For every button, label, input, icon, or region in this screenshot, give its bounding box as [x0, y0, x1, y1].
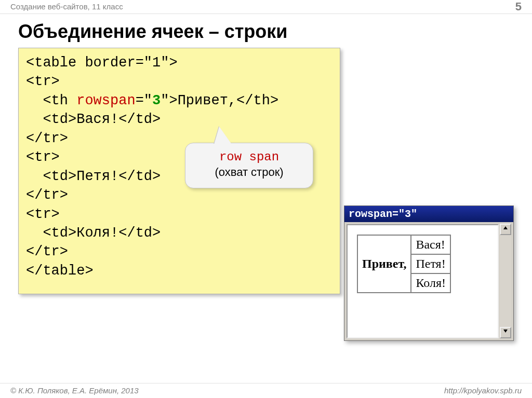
footer-bar: © К.Ю. Поляков, Е.А. Ерёмин, 2013 http:/…	[0, 383, 532, 398]
page-number: 5	[515, 0, 522, 13]
callout-desc: (охват строк)	[215, 166, 283, 179]
code-line: <td>Вася!</td>	[26, 112, 161, 127]
code-line: <td>Коля!</td>	[26, 225, 161, 241]
rowspan-attr: rowspan	[76, 93, 135, 108]
demo-table: Привет, Вася! Петя! Коля!	[357, 235, 451, 293]
chevron-up-icon	[503, 225, 508, 230]
browser-body: Привет, Вася! Петя! Коля!	[347, 224, 499, 338]
demo-td: Петя!	[411, 254, 450, 273]
callout-bubble: row span (охват строк)	[185, 143, 313, 188]
scroll-up-button[interactable]	[500, 224, 511, 235]
code-line: </table>	[26, 263, 94, 279]
copyright: © К.Ю. Поляков, Е.А. Ерёмин, 2013	[10, 386, 139, 395]
code-line: <tr>	[26, 207, 60, 222]
code-line: <td>Петя!</td>	[26, 169, 161, 184]
browser-titlebar: rowspan="3"	[344, 206, 513, 222]
demo-th: Привет,	[357, 235, 411, 293]
rowspan-value: 3	[152, 93, 161, 108]
svg-marker-1	[503, 330, 508, 333]
slide-title: Объединение ячеек – строки	[18, 21, 287, 43]
scroll-down-button[interactable]	[500, 327, 511, 338]
callout-term: row span	[219, 150, 279, 164]
header-bar: Создание веб-сайтов, 11 класс 5	[0, 0, 532, 14]
scrollbar[interactable]	[500, 224, 511, 338]
chevron-down-icon	[503, 328, 508, 334]
code-line: <th rowspan="3">Привет,</th>	[26, 93, 278, 108]
demo-td: Коля!	[411, 273, 450, 293]
footer-url: http://kpolyakov.spb.ru	[444, 383, 522, 398]
code-line: <tr>	[26, 149, 60, 165]
code-line: </tr>	[26, 187, 68, 203]
browser-preview: rowspan="3" Привет, Вася! Петя! Коля!	[344, 205, 514, 341]
demo-td: Вася!	[411, 235, 450, 254]
code-line: <table border="1">	[26, 55, 178, 71]
code-line: </tr>	[26, 244, 68, 259]
svg-marker-0	[503, 226, 508, 229]
code-line: </tr>	[26, 131, 68, 146]
code-line: <tr>	[26, 74, 60, 89]
course-label: Создание веб-сайтов, 11 класс	[10, 2, 123, 11]
